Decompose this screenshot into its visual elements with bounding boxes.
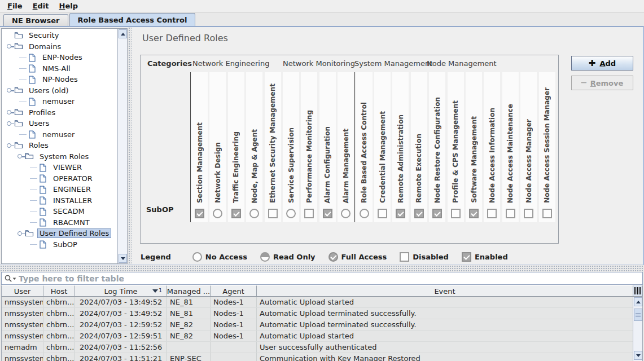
tree-node[interactable]: nemuser: [2, 96, 117, 107]
tree-scrollbar[interactable]: [117, 29, 127, 263]
scrollbar-thumb[interactable]: [634, 309, 642, 321]
tree-expand-handle-icon[interactable]: [5, 118, 14, 129]
tree-expand-handle-icon[interactable]: [16, 228, 25, 239]
access-control-toggle[interactable]: [304, 209, 314, 218]
access-control-toggle[interactable]: [378, 209, 387, 218]
scroll-up-button[interactable]: [634, 297, 642, 306]
tree-node[interactable]: Security: [2, 30, 117, 41]
tree-node[interactable]: Roles: [2, 140, 117, 151]
plus-icon: ✚: [589, 58, 596, 68]
access-control-toggle[interactable]: [396, 209, 405, 218]
tree-node-icon: [28, 75, 37, 84]
tree-expand-handle-icon[interactable]: [16, 151, 25, 161]
access-control-toggle[interactable]: [231, 209, 241, 218]
access-control-toggle[interactable]: [286, 209, 296, 218]
access-control-toggle[interactable]: [249, 209, 259, 218]
column-chooser-button[interactable]: [633, 285, 642, 297]
tree-expand-handle-icon[interactable]: [29, 239, 38, 249]
access-control-toggle[interactable]: [360, 209, 369, 218]
table-row[interactable]: nmssystem chbrn... 2024/07/03 - 13:49:52…: [2, 308, 633, 319]
tree-expand-handle-icon[interactable]: [19, 52, 28, 63]
tree-node[interactable]: INSTALLER: [2, 195, 117, 206]
remove-button[interactable]: ─ Remove: [571, 76, 633, 90]
scroll-down-button[interactable]: [119, 254, 127, 263]
column-header-logtime[interactable]: Log Time 1: [75, 285, 167, 296]
matrix-column: Node Access Maintenance: [502, 72, 519, 222]
access-control-toggle[interactable]: [323, 209, 332, 218]
scroll-up-button[interactable]: [119, 29, 127, 38]
tree-expand-handle-icon[interactable]: [5, 107, 14, 117]
tree-node[interactable]: RBACMNT: [2, 217, 117, 228]
tree-node[interactable]: Users (old): [2, 85, 117, 96]
table-body: nmssystem chbrn... 2024/07/03 - 13:49:52…: [2, 297, 633, 361]
access-control-toggle[interactable]: [432, 209, 442, 218]
tree-expand-handle-icon[interactable]: [19, 74, 28, 85]
tab-label: Role Based Access Control: [78, 16, 187, 24]
tree-expand-handle-icon[interactable]: [19, 63, 28, 73]
roles-matrix: Categories Network EngineeringNetwork Mo…: [140, 55, 559, 244]
tree-node[interactable]: ENGINEER: [2, 184, 117, 195]
horizontal-splitter[interactable]: [0, 265, 644, 272]
tree-node[interactable]: ENP-Nodes: [2, 52, 117, 63]
menu-item[interactable]: Help: [54, 1, 83, 11]
tree-expand-handle-icon[interactable]: [19, 129, 28, 139]
access-control-toggle[interactable]: [451, 209, 461, 218]
tree-expand-handle-icon[interactable]: [29, 162, 38, 173]
tree-expand-handle-icon[interactable]: [29, 184, 38, 195]
access-control-toggle[interactable]: [341, 209, 351, 218]
access-control-toggle[interactable]: [414, 209, 424, 218]
tree-expand-handle-icon[interactable]: [29, 217, 38, 227]
column-header-event[interactable]: Event: [257, 285, 633, 296]
tree-expand-handle-icon[interactable]: [5, 41, 14, 51]
tree-expand-handle-icon[interactable]: [5, 85, 14, 95]
access-control-toggle[interactable]: [487, 209, 497, 218]
tree-node[interactable]: nemuser: [2, 129, 117, 140]
matrix-column: Node Access Session Manager: [539, 72, 555, 222]
tree-node[interactable]: NP-Nodes: [2, 74, 117, 85]
search-icon[interactable]: [5, 275, 16, 283]
tab[interactable]: Role Based Access Control: [69, 13, 196, 26]
tab[interactable]: NE Browser: [3, 14, 68, 26]
access-control-toggle[interactable]: [506, 209, 515, 218]
scroll-down-button[interactable]: [634, 351, 642, 360]
tree-expand-handle-icon[interactable]: [5, 140, 14, 151]
table-row[interactable]: nmssystem chbrn... 2024/07/03 - 11:51:21…: [2, 353, 633, 361]
table-row[interactable]: nmssystem chbrn... 2024/07/03 - 13:49:52…: [2, 297, 633, 308]
tree-node[interactable]: VIEWER: [2, 162, 117, 173]
access-control-toggle[interactable]: [195, 209, 204, 218]
tree-expand-handle-icon[interactable]: [5, 30, 14, 41]
tree-expand-handle-icon[interactable]: [29, 173, 38, 183]
tree-node[interactable]: Domains: [2, 41, 117, 52]
matrix-column: Credential Management: [374, 72, 391, 222]
column-header-agent[interactable]: Agent: [211, 285, 257, 296]
tree-node-icon: [28, 64, 37, 73]
menu-item[interactable]: File: [2, 1, 28, 11]
tree-node[interactable]: SubOP: [2, 239, 117, 250]
menu-item[interactable]: Edit: [28, 1, 54, 11]
add-button[interactable]: ✚ Add: [571, 56, 633, 71]
access-control-toggle[interactable]: [213, 209, 222, 218]
tree-node[interactable]: NMS-All: [2, 63, 117, 74]
table-scrollbar[interactable]: [633, 297, 642, 361]
table-row[interactable]: nemadm chbrn... 2024/07/03 - 11:52:56 Us…: [2, 342, 633, 353]
tree-node[interactable]: System Roles: [2, 151, 117, 162]
table-row[interactable]: nmssystem chbrn... 2024/07/03 - 12:59:51…: [2, 331, 633, 342]
tree-node[interactable]: User Defined Roles: [2, 228, 117, 239]
access-control-toggle[interactable]: [469, 209, 479, 218]
column-header-managed[interactable]: Managed ...: [167, 285, 211, 296]
tree-node[interactable]: Users: [2, 118, 117, 129]
tree-node[interactable]: OPERATOR: [2, 173, 117, 184]
access-control-toggle[interactable]: [524, 209, 533, 218]
tree-expand-handle-icon[interactable]: [29, 195, 38, 205]
matrix-column: Service Supervision: [283, 72, 299, 222]
access-control-toggle[interactable]: [268, 209, 278, 218]
table-filter-input[interactable]: [19, 274, 642, 283]
column-header-user[interactable]: User: [2, 285, 43, 296]
tree-node[interactable]: SECADM: [2, 206, 117, 217]
tree-expand-handle-icon[interactable]: [29, 206, 38, 217]
tree-node[interactable]: Profiles: [2, 107, 117, 118]
tree-expand-handle-icon[interactable]: [19, 96, 28, 107]
access-control-toggle[interactable]: [542, 209, 552, 218]
table-row[interactable]: nmssystem chbrn... 2024/07/03 - 12:59:52…: [2, 319, 633, 331]
column-header-host[interactable]: Host: [43, 285, 75, 296]
